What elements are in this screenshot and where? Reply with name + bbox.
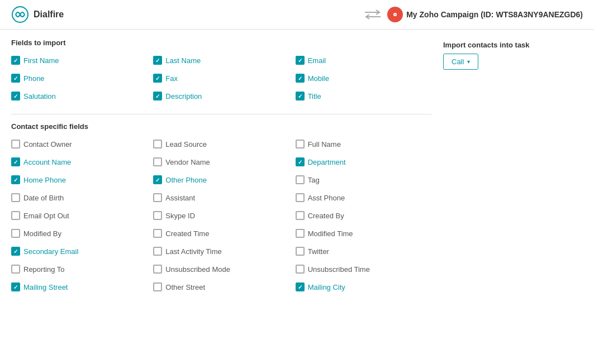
transfer-icon <box>364 8 382 21</box>
field-checkbox[interactable] <box>153 92 162 100</box>
import-label: Import contacts into task <box>443 41 583 49</box>
field-checkbox[interactable] <box>153 265 162 274</box>
field-item: Other Street <box>153 280 289 294</box>
field-item: Fax <box>153 71 289 85</box>
field-checkbox[interactable] <box>11 140 20 149</box>
field-item: Title <box>296 89 432 103</box>
field-checkbox[interactable] <box>11 229 20 238</box>
field-label: Twitter <box>308 247 329 256</box>
field-item: Vendor Name <box>153 155 289 169</box>
chevron-down-icon: ▾ <box>467 59 470 65</box>
field-item: Mailing City <box>296 280 432 294</box>
field-checkbox[interactable] <box>11 92 20 100</box>
main-content: Fields to import First NameLast NameEmai… <box>0 30 594 314</box>
field-checkbox[interactable] <box>296 265 305 274</box>
field-item: Last Activity Time <box>153 245 289 258</box>
field-label: Date of Birth <box>23 194 64 202</box>
field-label: Last Name <box>165 56 201 65</box>
field-checkbox[interactable] <box>296 157 305 166</box>
campaign-badge: My Zoho Campaign (ID: WTS8A3NY9ANEZGD6) <box>387 7 583 22</box>
field-item: Modified By <box>11 227 148 240</box>
field-label: Phone <box>23 74 45 83</box>
field-checkbox[interactable] <box>11 247 20 256</box>
field-label: Salutation <box>23 92 56 100</box>
field-checkbox[interactable] <box>296 74 305 83</box>
field-checkbox[interactable] <box>11 56 20 65</box>
field-item: Phone <box>11 71 148 85</box>
fields-section-title: Fields to import <box>11 39 432 47</box>
field-checkbox[interactable] <box>153 56 162 65</box>
field-item: Twitter <box>296 245 432 258</box>
field-checkbox[interactable] <box>11 157 20 166</box>
field-checkbox[interactable] <box>153 157 162 166</box>
field-label: Mobile <box>308 74 329 83</box>
field-checkbox[interactable] <box>153 229 162 238</box>
field-label: Vendor Name <box>165 158 210 166</box>
field-label: Title <box>308 92 321 100</box>
field-checkbox[interactable] <box>296 282 305 291</box>
field-checkbox[interactable] <box>296 211 305 220</box>
field-label: Modified Time <box>308 229 353 238</box>
field-label: First Name <box>23 56 59 65</box>
field-label: Mailing City <box>308 283 345 291</box>
call-button[interactable]: Call ▾ <box>443 54 478 70</box>
field-checkbox[interactable] <box>296 56 305 65</box>
field-label: Unsubscribed Time <box>308 265 370 274</box>
field-item: Unsubscribed Mode <box>153 262 289 276</box>
header-right: My Zoho Campaign (ID: WTS8A3NY9ANEZGD6) <box>364 7 583 22</box>
field-item: Mobile <box>296 71 432 85</box>
field-label: Lead Source <box>165 140 207 149</box>
field-label: Skype ID <box>165 212 195 220</box>
field-checkbox[interactable] <box>153 211 162 220</box>
field-checkbox[interactable] <box>11 193 20 202</box>
field-checkbox[interactable] <box>153 175 162 184</box>
content-wrapper: Fields to import First NameLast NameEmai… <box>11 39 583 305</box>
field-item: Email Opt Out <box>11 209 148 222</box>
field-label: Mailing Street <box>23 283 68 291</box>
field-item: Salutation <box>11 89 148 103</box>
field-item: Other Phone <box>153 173 289 186</box>
field-item: Unsubscribed Time <box>296 262 432 276</box>
campaign-icon <box>387 7 403 22</box>
field-checkbox[interactable] <box>153 193 162 202</box>
app-container: Dialfire My Zoho Campaign (ID: WTS8A3NY <box>0 0 594 364</box>
fields-grid: First NameLast NameEmailPhoneFaxMobileSa… <box>11 54 432 103</box>
field-item: Mailing Street <box>11 280 148 294</box>
field-checkbox[interactable] <box>153 140 162 149</box>
field-checkbox[interactable] <box>296 175 305 184</box>
field-item: Created Time <box>153 227 289 240</box>
field-label: Last Activity Time <box>165 247 221 256</box>
app-name: Dialfire <box>34 9 64 20</box>
field-checkbox[interactable] <box>153 282 162 291</box>
field-checkbox[interactable] <box>11 282 20 291</box>
field-checkbox[interactable] <box>296 140 305 149</box>
field-checkbox[interactable] <box>296 92 305 100</box>
field-label: Created By <box>308 212 344 220</box>
field-checkbox[interactable] <box>11 265 20 274</box>
field-checkbox[interactable] <box>11 211 20 220</box>
field-item: Home Phone <box>11 173 148 186</box>
field-checkbox[interactable] <box>11 74 20 83</box>
field-label: Unsubscribed Mode <box>165 265 230 274</box>
field-checkbox[interactable] <box>296 229 305 238</box>
field-checkbox[interactable] <box>153 247 162 256</box>
field-item: Modified Time <box>296 227 432 240</box>
field-item: Reporting To <box>11 262 148 276</box>
field-checkbox[interactable] <box>11 175 20 184</box>
field-label: Home Phone <box>23 176 66 184</box>
field-checkbox[interactable] <box>296 193 305 202</box>
field-item: Created By <box>296 209 432 222</box>
field-label: Department <box>308 158 346 166</box>
field-item: Last Name <box>153 54 289 67</box>
field-item: Account Name <box>11 155 148 169</box>
field-label: Email <box>308 56 326 65</box>
field-label: Asst Phone <box>308 194 345 202</box>
field-item: Tag <box>296 173 432 186</box>
field-checkbox[interactable] <box>296 247 305 256</box>
field-label: Description <box>165 92 202 100</box>
header-left: Dialfire <box>11 6 64 23</box>
field-checkbox[interactable] <box>153 74 162 83</box>
field-item: Full Name <box>296 137 432 151</box>
field-label: Reporting To <box>23 265 64 274</box>
header: Dialfire My Zoho Campaign (ID: WTS8A3NY <box>0 0 594 30</box>
